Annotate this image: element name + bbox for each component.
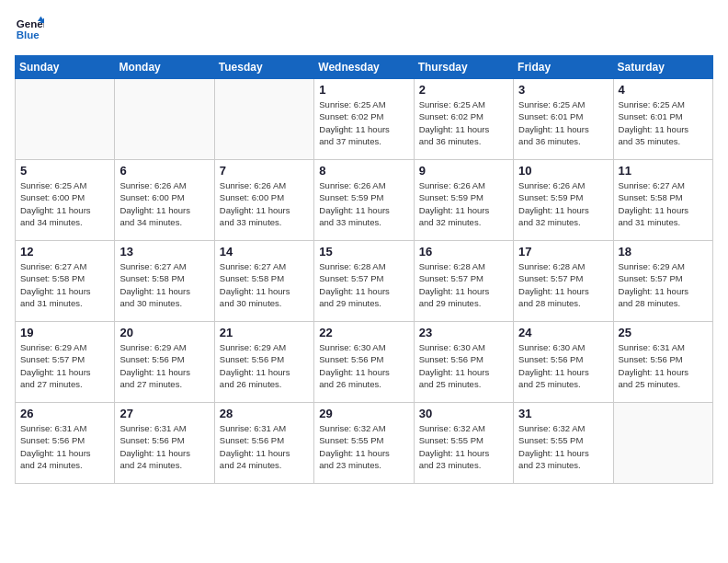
calendar-day-cell: 23Sunrise: 6:30 AM Sunset: 5:56 PM Dayli…	[414, 322, 513, 403]
day-number: 8	[319, 164, 408, 178]
day-info: Sunrise: 6:25 AM Sunset: 6:01 PM Dayligh…	[619, 98, 708, 147]
calendar-day-cell: 19Sunrise: 6:29 AM Sunset: 5:57 PM Dayli…	[16, 322, 115, 403]
day-info: Sunrise: 6:32 AM Sunset: 5:55 PM Dayligh…	[319, 422, 408, 471]
day-info: Sunrise: 6:25 AM Sunset: 6:00 PM Dayligh…	[20, 179, 109, 228]
day-number: 19	[20, 326, 109, 339]
calendar-day-cell: 20Sunrise: 6:29 AM Sunset: 5:56 PM Dayli…	[115, 322, 214, 403]
calendar-day-cell: 31Sunrise: 6:32 AM Sunset: 5:55 PM Dayli…	[514, 403, 613, 484]
day-info: Sunrise: 6:28 AM Sunset: 5:57 PM Dayligh…	[319, 260, 408, 309]
day-number: 27	[119, 407, 209, 420]
calendar-day-cell: 15Sunrise: 6:28 AM Sunset: 5:57 PM Dayli…	[314, 241, 414, 322]
calendar-day-cell: 27Sunrise: 6:31 AM Sunset: 5:56 PM Dayli…	[115, 403, 214, 484]
day-info: Sunrise: 6:31 AM Sunset: 5:56 PM Dayligh…	[220, 422, 309, 471]
weekday-header-monday: Monday	[115, 56, 214, 79]
day-info: Sunrise: 6:30 AM Sunset: 5:56 PM Dayligh…	[319, 341, 408, 390]
day-number: 7	[220, 164, 309, 178]
day-number: 20	[119, 326, 209, 339]
day-number: 15	[319, 245, 408, 259]
calendar-week-row: 5Sunrise: 6:25 AM Sunset: 6:00 PM Daylig…	[16, 160, 713, 241]
day-info: Sunrise: 6:28 AM Sunset: 5:57 PM Dayligh…	[518, 260, 608, 309]
calendar-day-cell: 30Sunrise: 6:32 AM Sunset: 5:55 PM Dayli…	[414, 403, 513, 484]
day-number: 17	[518, 245, 608, 259]
day-info: Sunrise: 6:29 AM Sunset: 5:57 PM Dayligh…	[619, 260, 708, 309]
day-info: Sunrise: 6:29 AM Sunset: 5:57 PM Dayligh…	[20, 341, 109, 390]
calendar-day-cell: 13Sunrise: 6:27 AM Sunset: 5:58 PM Dayli…	[115, 241, 214, 322]
weekday-header-thursday: Thursday	[414, 56, 513, 79]
day-number: 9	[419, 164, 508, 178]
day-info: Sunrise: 6:29 AM Sunset: 5:56 PM Dayligh…	[220, 341, 309, 390]
day-info: Sunrise: 6:26 AM Sunset: 6:00 PM Dayligh…	[119, 179, 209, 228]
day-info: Sunrise: 6:32 AM Sunset: 5:55 PM Dayligh…	[518, 422, 608, 471]
calendar-empty-cell	[115, 79, 214, 160]
calendar-day-cell: 24Sunrise: 6:30 AM Sunset: 5:56 PM Dayli…	[514, 322, 613, 403]
day-number: 22	[319, 326, 408, 339]
day-info: Sunrise: 6:27 AM Sunset: 5:58 PM Dayligh…	[220, 260, 309, 309]
calendar-day-cell: 11Sunrise: 6:27 AM Sunset: 5:58 PM Dayli…	[613, 160, 712, 241]
calendar-day-cell: 16Sunrise: 6:28 AM Sunset: 5:57 PM Dayli…	[414, 241, 513, 322]
day-info: Sunrise: 6:30 AM Sunset: 5:56 PM Dayligh…	[419, 341, 508, 390]
calendar-day-cell: 7Sunrise: 6:26 AM Sunset: 6:00 PM Daylig…	[214, 160, 313, 241]
calendar-week-row: 1Sunrise: 6:25 AM Sunset: 6:02 PM Daylig…	[16, 79, 713, 160]
day-info: Sunrise: 6:26 AM Sunset: 5:59 PM Dayligh…	[518, 179, 608, 228]
calendar-day-cell: 28Sunrise: 6:31 AM Sunset: 5:56 PM Dayli…	[214, 403, 313, 484]
day-info: Sunrise: 6:26 AM Sunset: 5:59 PM Dayligh…	[419, 179, 508, 228]
day-number: 4	[619, 83, 708, 97]
calendar-week-row: 12Sunrise: 6:27 AM Sunset: 5:58 PM Dayli…	[16, 241, 713, 322]
logo-icon: General Blue	[15, 15, 44, 44]
calendar-day-cell: 25Sunrise: 6:31 AM Sunset: 5:56 PM Dayli…	[613, 322, 712, 403]
day-info: Sunrise: 6:25 AM Sunset: 6:02 PM Dayligh…	[319, 98, 408, 147]
calendar-day-cell: 14Sunrise: 6:27 AM Sunset: 5:58 PM Dayli…	[214, 241, 313, 322]
day-info: Sunrise: 6:30 AM Sunset: 5:56 PM Dayligh…	[518, 341, 608, 390]
day-info: Sunrise: 6:27 AM Sunset: 5:58 PM Dayligh…	[619, 179, 708, 228]
weekday-header-row: SundayMondayTuesdayWednesdayThursdayFrid…	[16, 56, 713, 79]
calendar-day-cell: 21Sunrise: 6:29 AM Sunset: 5:56 PM Dayli…	[214, 322, 313, 403]
day-number: 1	[319, 83, 408, 97]
day-number: 14	[220, 245, 309, 259]
day-number: 21	[220, 326, 309, 339]
calendar-day-cell: 18Sunrise: 6:29 AM Sunset: 5:57 PM Dayli…	[613, 241, 712, 322]
page-header: General Blue	[15, 15, 713, 44]
calendar-day-cell: 26Sunrise: 6:31 AM Sunset: 5:56 PM Dayli…	[16, 403, 115, 484]
weekday-header-friday: Friday	[514, 56, 613, 79]
weekday-header-saturday: Saturday	[613, 56, 712, 79]
calendar-empty-cell	[214, 79, 313, 160]
calendar-day-cell: 6Sunrise: 6:26 AM Sunset: 6:00 PM Daylig…	[115, 160, 214, 241]
day-info: Sunrise: 6:27 AM Sunset: 5:58 PM Dayligh…	[119, 260, 209, 309]
calendar-day-cell: 1Sunrise: 6:25 AM Sunset: 6:02 PM Daylig…	[314, 79, 414, 160]
calendar-week-row: 19Sunrise: 6:29 AM Sunset: 5:57 PM Dayli…	[16, 322, 713, 403]
weekday-header-tuesday: Tuesday	[214, 56, 313, 79]
calendar-day-cell: 10Sunrise: 6:26 AM Sunset: 5:59 PM Dayli…	[514, 160, 613, 241]
day-info: Sunrise: 6:31 AM Sunset: 5:56 PM Dayligh…	[20, 422, 109, 471]
calendar-day-cell: 12Sunrise: 6:27 AM Sunset: 5:58 PM Dayli…	[16, 241, 115, 322]
calendar-empty-cell	[16, 79, 115, 160]
day-number: 3	[518, 83, 608, 97]
day-number: 6	[119, 164, 209, 178]
day-info: Sunrise: 6:31 AM Sunset: 5:56 PM Dayligh…	[119, 422, 209, 471]
calendar-day-cell: 4Sunrise: 6:25 AM Sunset: 6:01 PM Daylig…	[613, 79, 712, 160]
day-info: Sunrise: 6:25 AM Sunset: 6:01 PM Dayligh…	[518, 98, 608, 147]
day-number: 16	[419, 245, 508, 259]
calendar-day-cell: 5Sunrise: 6:25 AM Sunset: 6:00 PM Daylig…	[16, 160, 115, 241]
day-info: Sunrise: 6:26 AM Sunset: 5:59 PM Dayligh…	[319, 179, 408, 228]
calendar-day-cell: 17Sunrise: 6:28 AM Sunset: 5:57 PM Dayli…	[514, 241, 613, 322]
day-info: Sunrise: 6:25 AM Sunset: 6:02 PM Dayligh…	[419, 98, 508, 147]
svg-text:Blue: Blue	[17, 29, 40, 40]
day-number: 31	[518, 407, 608, 420]
weekday-header-sunday: Sunday	[16, 56, 115, 79]
day-number: 12	[20, 245, 109, 259]
day-number: 30	[419, 407, 508, 420]
calendar-day-cell: 2Sunrise: 6:25 AM Sunset: 6:02 PM Daylig…	[414, 79, 513, 160]
day-info: Sunrise: 6:28 AM Sunset: 5:57 PM Dayligh…	[419, 260, 508, 309]
weekday-header-wednesday: Wednesday	[314, 56, 414, 79]
day-number: 5	[20, 164, 109, 178]
calendar-empty-cell	[613, 403, 712, 484]
day-number: 2	[419, 83, 508, 97]
day-number: 25	[619, 326, 708, 339]
day-number: 13	[119, 245, 209, 259]
day-info: Sunrise: 6:27 AM Sunset: 5:58 PM Dayligh…	[20, 260, 109, 309]
day-info: Sunrise: 6:29 AM Sunset: 5:56 PM Dayligh…	[119, 341, 209, 390]
day-info: Sunrise: 6:26 AM Sunset: 6:00 PM Dayligh…	[220, 179, 309, 228]
calendar-day-cell: 8Sunrise: 6:26 AM Sunset: 5:59 PM Daylig…	[314, 160, 414, 241]
calendar-day-cell: 3Sunrise: 6:25 AM Sunset: 6:01 PM Daylig…	[514, 79, 613, 160]
day-number: 24	[518, 326, 608, 339]
